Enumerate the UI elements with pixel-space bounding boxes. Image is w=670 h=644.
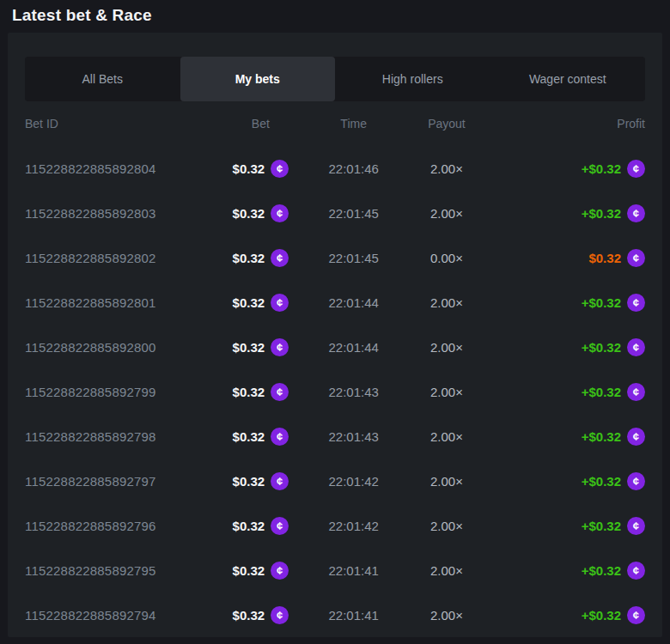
bet-amount-value: $0.32 xyxy=(233,429,265,444)
time-cell: 22:01:43 xyxy=(304,429,404,444)
profit-cell: +$0.32 ¢ xyxy=(490,606,645,624)
bet-row[interactable]: 115228822885892801 $0.32 ¢ 22:01:44 2.00… xyxy=(25,280,645,325)
bet-row[interactable]: 115228822885892797 $0.32 ¢ 22:01:42 2.00… xyxy=(25,459,645,503)
profit-value: +$0.32 xyxy=(582,608,621,623)
bet-amount-value: $0.32 xyxy=(233,563,265,578)
bet-amount-cell: $0.32 ¢ xyxy=(217,204,304,222)
bet-id-cell: 115228822885892803 xyxy=(25,206,217,221)
bet-row[interactable]: 115228822885892800 $0.32 ¢ 22:01:44 2.00… xyxy=(25,325,645,369)
bet-row[interactable]: 115228822885892795 $0.32 ¢ 22:01:41 2.00… xyxy=(25,548,645,592)
bet-id-cell: 115228822885892802 xyxy=(25,251,217,265)
bet-amount-cell: $0.32 ¢ xyxy=(217,383,304,401)
bet-row[interactable]: 115228822885892803 $0.32 ¢ 22:01:45 2.00… xyxy=(25,191,645,235)
page-title: Latest bet & Race xyxy=(12,6,152,25)
coin-icon: ¢ xyxy=(627,517,645,535)
bet-id-cell: 115228822885892800 xyxy=(25,340,217,355)
payout-cell: 2.00× xyxy=(403,295,490,310)
bets-panel: All BetsMy betsHigh rollersWager contest… xyxy=(8,33,662,637)
bet-id-cell: 115228822885892796 xyxy=(25,519,217,533)
payout-cell: 2.00× xyxy=(403,385,490,399)
coin-icon: ¢ xyxy=(271,517,289,535)
coin-icon: ¢ xyxy=(627,383,645,401)
bet-row[interactable]: 115228822885892798 $0.32 ¢ 22:01:43 2.00… xyxy=(25,414,645,459)
column-header-profit: Profit xyxy=(490,117,645,131)
bet-amount-cell: $0.32 ¢ xyxy=(217,338,304,356)
bet-row[interactable]: 115228822885892796 $0.32 ¢ 22:01:42 2.00… xyxy=(25,503,645,548)
bet-amount-cell: $0.32 ¢ xyxy=(217,249,304,267)
coin-icon: ¢ xyxy=(271,294,289,312)
time-cell: 22:01:44 xyxy=(304,340,404,355)
coin-icon: ¢ xyxy=(627,160,645,178)
table-body: 115228822885892804 $0.32 ¢ 22:01:46 2.00… xyxy=(25,146,645,637)
bet-amount-cell: $0.32 ¢ xyxy=(217,517,304,535)
bet-id-cell: 115228822885892799 xyxy=(25,385,217,399)
coin-icon: ¢ xyxy=(627,249,645,267)
profit-value: +$0.32 xyxy=(582,474,621,489)
payout-cell: 2.00× xyxy=(403,608,490,623)
profit-cell: +$0.32 ¢ xyxy=(490,428,645,446)
bet-id-cell: 115228822885892801 xyxy=(25,295,217,310)
bet-amount-value: $0.32 xyxy=(233,251,265,265)
bet-id-cell: 115228822885892798 xyxy=(25,429,217,444)
profit-cell: +$0.32 ¢ xyxy=(490,204,645,222)
time-cell: 22:01:45 xyxy=(304,251,404,265)
time-cell: 22:01:42 xyxy=(304,519,404,533)
column-header-bet: Bet xyxy=(217,117,304,131)
bet-row[interactable]: 115228822885892804 $0.32 ¢ 22:01:46 2.00… xyxy=(25,146,645,191)
time-cell: 22:01:42 xyxy=(304,474,404,489)
payout-cell: 2.00× xyxy=(403,519,490,533)
bet-amount-cell: $0.32 ¢ xyxy=(217,606,304,624)
coin-icon: ¢ xyxy=(271,338,289,356)
coin-icon: ¢ xyxy=(271,606,289,624)
profit-value: +$0.32 xyxy=(582,385,621,399)
time-cell: 22:01:41 xyxy=(304,608,404,623)
profit-value: +$0.32 xyxy=(582,161,621,176)
bet-row[interactable]: 115228822885892799 $0.32 ¢ 22:01:43 2.00… xyxy=(25,369,645,414)
profit-cell: $0.32 ¢ xyxy=(490,249,645,267)
bet-row[interactable]: 115228822885892802 $0.32 ¢ 22:01:45 0.00… xyxy=(25,235,645,280)
profit-cell: +$0.32 ¢ xyxy=(490,294,645,312)
profit-value: +$0.32 xyxy=(582,519,621,533)
profit-value: +$0.32 xyxy=(582,206,621,221)
bet-amount-value: $0.32 xyxy=(233,206,265,221)
bet-id-cell: 115228822885892804 xyxy=(25,161,217,176)
column-header-bet-id: Bet ID xyxy=(25,117,217,131)
tab-wager-contest[interactable]: Wager contest xyxy=(490,57,646,101)
time-cell: 22:01:46 xyxy=(304,161,404,176)
time-cell: 22:01:41 xyxy=(304,563,404,578)
bet-amount-value: $0.32 xyxy=(233,608,265,623)
tab-all-bets[interactable]: All Bets xyxy=(25,57,180,101)
coin-icon: ¢ xyxy=(271,160,289,178)
coin-icon: ¢ xyxy=(627,472,645,490)
profit-cell: +$0.32 ¢ xyxy=(490,338,645,356)
coin-icon: ¢ xyxy=(627,428,645,446)
coin-icon: ¢ xyxy=(627,294,645,312)
profit-value: +$0.32 xyxy=(582,563,621,578)
table-header-row: Bet IDBetTimePayoutProfit xyxy=(25,101,645,146)
payout-cell: 0.00× xyxy=(403,251,490,265)
column-header-payout: Payout xyxy=(403,117,490,131)
bet-id-cell: 115228822885892794 xyxy=(25,608,217,623)
payout-cell: 2.00× xyxy=(403,206,490,221)
profit-value: +$0.32 xyxy=(582,295,621,310)
coin-icon: ¢ xyxy=(271,204,289,222)
bet-amount-cell: $0.32 ¢ xyxy=(217,472,304,490)
bet-amount-value: $0.32 xyxy=(233,295,265,310)
bets-table: Bet IDBetTimePayoutProfit 11522882288589… xyxy=(8,101,662,637)
bet-amount-cell: $0.32 ¢ xyxy=(217,160,304,178)
bet-amount-value: $0.32 xyxy=(233,474,265,489)
profit-cell: +$0.32 ¢ xyxy=(490,562,645,580)
payout-cell: 2.00× xyxy=(403,563,490,578)
bet-amount-value: $0.32 xyxy=(233,340,265,355)
bet-amount-cell: $0.32 ¢ xyxy=(217,294,304,312)
payout-cell: 2.00× xyxy=(403,474,490,489)
coin-icon: ¢ xyxy=(271,562,289,580)
payout-cell: 2.00× xyxy=(403,161,490,176)
tab-my-bets[interactable]: My bets xyxy=(180,57,336,101)
tab-high-rollers[interactable]: High rollers xyxy=(335,57,490,101)
payout-cell: 2.00× xyxy=(403,429,490,444)
coin-icon: ¢ xyxy=(627,562,645,580)
time-cell: 22:01:44 xyxy=(304,295,404,310)
profit-cell: +$0.32 ¢ xyxy=(490,383,645,401)
bet-row[interactable]: 115228822885892794 $0.32 ¢ 22:01:41 2.00… xyxy=(25,592,645,637)
